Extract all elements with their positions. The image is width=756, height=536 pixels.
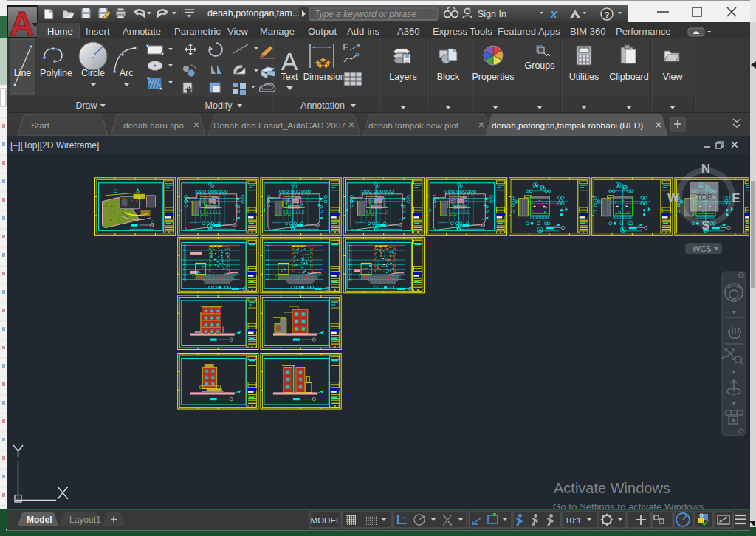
svg-text:denah baru spa: denah baru spa [123,120,184,131]
svg-text:10:1: 10:1 [565,516,581,525]
svg-text:Featured Apps: Featured Apps [498,26,560,37]
svg-text:Utilities: Utilities [569,72,599,82]
svg-text:Properties: Properties [472,72,515,82]
svg-text:Layers: Layers [389,72,417,82]
svg-text:Modify: Modify [205,100,233,111]
svg-text:TOP: TOP [696,193,712,202]
svg-text:Dimension: Dimension [303,72,346,82]
svg-text:Layout1: Layout1 [69,515,101,525]
svg-text:Circle: Circle [81,68,105,78]
svg-text:Block: Block [437,72,460,82]
svg-text:Type a keyword or phrase: Type a keyword or phrase [315,9,416,19]
svg-text:Insert: Insert [86,26,110,37]
svg-text:WCS: WCS [693,244,712,253]
svg-text:denah tampak new plot: denah tampak new plot [368,120,459,131]
svg-text:Activate Windows: Activate Windows [554,480,670,496]
svg-text:Parametric: Parametric [174,26,221,37]
svg-text:Sign In: Sign In [478,9,506,19]
svg-text:Model: Model [27,515,52,525]
svg-text:Clipboard: Clipboard [609,72,649,82]
svg-text:Draw: Draw [75,100,97,111]
svg-text:BIM 360: BIM 360 [570,26,605,37]
svg-text:Add-ins: Add-ins [347,26,380,37]
svg-text:Line: Line [14,68,32,78]
svg-text:[−][Top][2D Wireframe]: [−][Top][2D Wireframe] [10,140,99,151]
svg-text:N: N [701,162,710,176]
svg-text:MODEL: MODEL [311,516,342,525]
svg-text:Annotation: Annotation [300,100,345,111]
svg-text:?: ? [605,10,610,19]
svg-text:A: A [10,4,34,43]
svg-text:S: S [701,219,709,233]
svg-text:Polyline: Polyline [40,68,72,78]
svg-text:Performance: Performance [616,26,670,37]
svg-text:View: View [227,26,249,37]
svg-text:E: E [732,191,740,205]
svg-text:Arc: Arc [120,68,134,78]
svg-text:Express Tools: Express Tools [433,26,492,37]
svg-text:W: W [667,191,680,205]
svg-text:Start: Start [31,120,50,131]
svg-text:Output: Output [308,26,337,37]
svg-text:View: View [663,72,684,82]
svg-text:Groups: Groups [525,61,555,71]
svg-text:denah,potongan,tampak rabbani: denah,potongan,tampak rabbani (RFD) [492,120,643,131]
svg-text:Manage: Manage [260,26,295,37]
svg-text:Denah dan Fasad_AutoCAD 2007: Denah dan Fasad_AutoCAD 2007 [213,120,346,131]
svg-text:Home: Home [47,26,73,37]
svg-text:X: X [549,8,558,21]
svg-text:Annotate: Annotate [123,26,161,37]
svg-text:A360: A360 [397,26,419,37]
svg-text:Text: Text [281,72,298,82]
svg-text:denah,potongan,tam...: denah,potongan,tam... [207,8,300,18]
